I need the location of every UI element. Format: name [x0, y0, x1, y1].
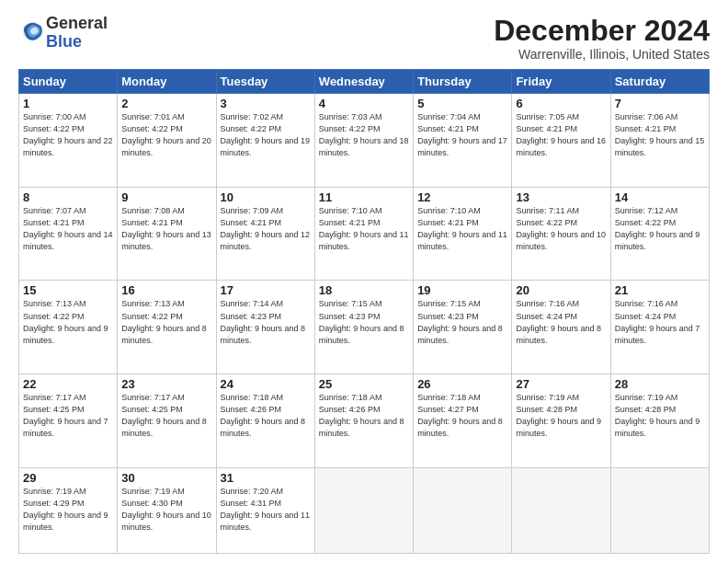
day-info: Sunrise: 7:09 AMSunset: 4:21 PMDaylight:… [221, 205, 311, 253]
table-row: 11Sunrise: 7:10 AMSunset: 4:21 PMDayligh… [314, 187, 413, 281]
table-row: 19Sunrise: 7:15 AMSunset: 4:23 PMDayligh… [414, 281, 512, 374]
day-number: 21 [615, 283, 705, 297]
table-row: 13Sunrise: 7:11 AMSunset: 4:22 PMDayligh… [512, 187, 610, 281]
day-info: Sunrise: 7:13 AMSunset: 4:22 PMDaylight:… [23, 298, 113, 346]
day-info: Sunrise: 7:17 AMSunset: 4:25 PMDaylight:… [23, 392, 113, 440]
day-number: 22 [23, 377, 113, 391]
day-number: 4 [319, 97, 409, 110]
table-row: 1Sunrise: 7:00 AMSunset: 4:22 PMDaylight… [19, 94, 118, 188]
day-info: Sunrise: 7:19 AMSunset: 4:29 PMDaylight:… [23, 486, 113, 534]
table-row: 15Sunrise: 7:13 AMSunset: 4:22 PMDayligh… [19, 281, 118, 374]
day-number: 20 [516, 283, 606, 297]
page: General Blue December 2024 Warrenville, … [0, 0, 728, 563]
day-info: Sunrise: 7:16 AMSunset: 4:24 PMDaylight:… [516, 298, 606, 346]
day-number: 25 [319, 377, 409, 391]
day-info: Sunrise: 7:20 AMSunset: 4:31 PMDaylight:… [221, 486, 311, 534]
table-row: 7Sunrise: 7:06 AMSunset: 4:21 PMDaylight… [610, 94, 709, 188]
day-info: Sunrise: 7:17 AMSunset: 4:25 PMDaylight:… [121, 392, 211, 440]
day-number: 15 [23, 283, 113, 297]
day-number: 13 [516, 190, 606, 204]
day-number: 9 [121, 190, 211, 204]
day-info: Sunrise: 7:18 AMSunset: 4:26 PMDaylight:… [221, 392, 311, 440]
table-row: 21Sunrise: 7:16 AMSunset: 4:24 PMDayligh… [610, 281, 709, 374]
header-wednesday: Wednesday [314, 70, 413, 94]
day-info: Sunrise: 7:18 AMSunset: 4:26 PMDaylight:… [319, 392, 409, 440]
table-row: 24Sunrise: 7:18 AMSunset: 4:26 PMDayligh… [216, 374, 314, 468]
day-info: Sunrise: 7:10 AMSunset: 4:21 PMDaylight:… [417, 205, 507, 253]
table-row: 31Sunrise: 7:20 AMSunset: 4:31 PMDayligh… [216, 467, 314, 553]
day-number: 16 [121, 283, 211, 297]
day-number: 31 [221, 471, 311, 485]
logo: General Blue [18, 15, 108, 52]
day-number: 30 [121, 471, 211, 485]
table-row [414, 467, 512, 553]
header-thursday: Thursday [414, 70, 512, 94]
table-row [314, 467, 413, 553]
header-tuesday: Tuesday [216, 70, 314, 94]
day-number: 11 [319, 190, 409, 204]
header: General Blue December 2024 Warrenville, … [18, 15, 710, 62]
table-row: 22Sunrise: 7:17 AMSunset: 4:25 PMDayligh… [19, 374, 118, 468]
day-info: Sunrise: 7:01 AMSunset: 4:22 PMDaylight:… [121, 111, 211, 159]
table-row: 30Sunrise: 7:19 AMSunset: 4:30 PMDayligh… [118, 467, 216, 553]
table-row: 20Sunrise: 7:16 AMSunset: 4:24 PMDayligh… [512, 281, 610, 374]
day-info: Sunrise: 7:07 AMSunset: 4:21 PMDaylight:… [23, 205, 113, 253]
table-row: 16Sunrise: 7:13 AMSunset: 4:22 PMDayligh… [118, 281, 216, 374]
header-friday: Friday [512, 70, 610, 94]
day-number: 17 [221, 283, 311, 297]
header-saturday: Saturday [610, 70, 709, 94]
day-info: Sunrise: 7:19 AMSunset: 4:28 PMDaylight:… [615, 392, 705, 440]
day-number: 7 [615, 97, 705, 110]
table-row [512, 467, 610, 553]
day-number: 12 [417, 190, 507, 204]
day-info: Sunrise: 7:06 AMSunset: 4:21 PMDaylight:… [615, 111, 705, 159]
day-number: 1 [23, 97, 113, 110]
calendar-table: Sunday Monday Tuesday Wednesday Thursday… [18, 69, 710, 554]
logo-blue: Blue [46, 32, 82, 51]
day-info: Sunrise: 7:10 AMSunset: 4:21 PMDaylight:… [319, 205, 409, 253]
day-info: Sunrise: 7:14 AMSunset: 4:23 PMDaylight:… [221, 298, 311, 346]
page-subtitle: Warrenville, Illinois, United States [494, 47, 710, 62]
calendar-week-row: 1Sunrise: 7:00 AMSunset: 4:22 PMDaylight… [19, 94, 710, 188]
day-info: Sunrise: 7:18 AMSunset: 4:27 PMDaylight:… [417, 392, 507, 440]
table-row: 26Sunrise: 7:18 AMSunset: 4:27 PMDayligh… [414, 374, 512, 468]
day-info: Sunrise: 7:02 AMSunset: 4:22 PMDaylight:… [221, 111, 311, 159]
day-number: 8 [23, 190, 113, 204]
day-info: Sunrise: 7:13 AMSunset: 4:22 PMDaylight:… [121, 298, 211, 346]
title-block: December 2024 Warrenville, Illinois, Uni… [494, 15, 710, 62]
day-number: 28 [615, 377, 705, 391]
day-info: Sunrise: 7:11 AMSunset: 4:22 PMDaylight:… [516, 205, 606, 253]
table-row: 25Sunrise: 7:18 AMSunset: 4:26 PMDayligh… [314, 374, 413, 468]
day-info: Sunrise: 7:16 AMSunset: 4:24 PMDaylight:… [615, 298, 705, 346]
calendar-week-row: 15Sunrise: 7:13 AMSunset: 4:22 PMDayligh… [19, 281, 710, 374]
day-info: Sunrise: 7:00 AMSunset: 4:22 PMDaylight:… [23, 111, 113, 159]
table-row: 28Sunrise: 7:19 AMSunset: 4:28 PMDayligh… [610, 374, 709, 468]
table-row: 4Sunrise: 7:03 AMSunset: 4:22 PMDaylight… [314, 94, 413, 188]
table-row: 17Sunrise: 7:14 AMSunset: 4:23 PMDayligh… [216, 281, 314, 374]
table-row: 27Sunrise: 7:19 AMSunset: 4:28 PMDayligh… [512, 374, 610, 468]
day-number: 19 [417, 283, 507, 297]
day-info: Sunrise: 7:12 AMSunset: 4:22 PMDaylight:… [615, 205, 705, 253]
table-row: 8Sunrise: 7:07 AMSunset: 4:21 PMDaylight… [19, 187, 118, 281]
day-number: 2 [121, 97, 211, 110]
day-number: 18 [319, 283, 409, 297]
day-number: 3 [221, 97, 311, 110]
day-number: 14 [615, 190, 705, 204]
day-number: 10 [221, 190, 311, 204]
table-row: 23Sunrise: 7:17 AMSunset: 4:25 PMDayligh… [118, 374, 216, 468]
table-row: 18Sunrise: 7:15 AMSunset: 4:23 PMDayligh… [314, 281, 413, 374]
day-number: 27 [516, 377, 606, 391]
table-row [610, 467, 709, 553]
day-number: 29 [23, 471, 113, 485]
day-number: 5 [417, 97, 507, 110]
day-info: Sunrise: 7:15 AMSunset: 4:23 PMDaylight:… [319, 298, 409, 346]
calendar-week-row: 8Sunrise: 7:07 AMSunset: 4:21 PMDaylight… [19, 187, 710, 281]
table-row: 5Sunrise: 7:04 AMSunset: 4:21 PMDaylight… [414, 94, 512, 188]
day-info: Sunrise: 7:19 AMSunset: 4:30 PMDaylight:… [121, 486, 211, 534]
logo-text: General Blue [46, 15, 108, 52]
calendar-week-row: 29Sunrise: 7:19 AMSunset: 4:29 PMDayligh… [19, 467, 710, 553]
calendar-header-row: Sunday Monday Tuesday Wednesday Thursday… [19, 70, 710, 94]
table-row: 29Sunrise: 7:19 AMSunset: 4:29 PMDayligh… [19, 467, 118, 553]
day-info: Sunrise: 7:05 AMSunset: 4:21 PMDaylight:… [516, 111, 606, 159]
table-row: 2Sunrise: 7:01 AMSunset: 4:22 PMDaylight… [118, 94, 216, 188]
